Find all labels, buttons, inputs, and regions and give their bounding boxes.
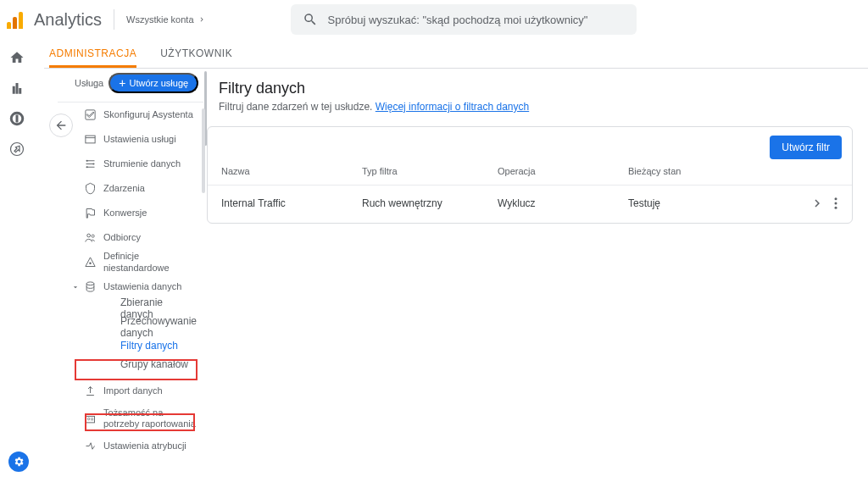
create-service-button[interactable]: +Utwórz usługę bbox=[108, 73, 198, 93]
identity-icon bbox=[83, 412, 97, 425]
tab-administration[interactable]: ADMINISTRACJA bbox=[49, 41, 136, 68]
search-input[interactable]: Spróbuj wyszukać: "skąd pochodzą moi uży… bbox=[291, 4, 637, 35]
rail-explore[interactable] bbox=[5, 107, 29, 130]
table-header: Nazwa Typ filtra Operacja Bieżący stan bbox=[208, 159, 852, 185]
people-icon bbox=[83, 231, 97, 245]
col-type: Typ filtra bbox=[362, 166, 498, 176]
svg-rect-0 bbox=[85, 136, 94, 143]
rail-home[interactable] bbox=[5, 46, 29, 69]
svg-point-12 bbox=[835, 207, 837, 209]
svg-point-11 bbox=[835, 202, 837, 205]
sidebar-item-settings[interactable]: Ustawienia usługi bbox=[58, 127, 203, 152]
svg-point-9 bbox=[87, 418, 90, 420]
search-icon bbox=[303, 12, 318, 27]
window-icon bbox=[83, 133, 97, 147]
stream-icon bbox=[83, 158, 97, 171]
svg-point-7 bbox=[86, 282, 94, 285]
more-vert-icon[interactable] bbox=[828, 196, 843, 211]
event-icon bbox=[83, 182, 97, 196]
sidebar-sub-retention[interactable]: Przechowywanie danych bbox=[70, 318, 203, 336]
filters-card: Utwórz filtr Nazwa Typ filtra Operacja B… bbox=[207, 126, 853, 224]
product-name: Analytics bbox=[34, 10, 102, 30]
cell-operation: Wyklucz bbox=[498, 197, 628, 209]
search-placeholder: Spróbuj wyszukać: "skąd pochodzą moi uży… bbox=[328, 14, 588, 26]
breadcrumb-label: Wszystkie konta bbox=[126, 14, 193, 25]
svg-point-2 bbox=[92, 163, 94, 165]
rail-advertising[interactable] bbox=[5, 137, 29, 161]
create-filter-button[interactable]: Utwórz filtr bbox=[770, 136, 842, 159]
sidebar-item-streams[interactable]: Strumienie danych bbox=[58, 152, 203, 176]
svg-point-5 bbox=[92, 235, 94, 237]
svg-point-6 bbox=[89, 263, 92, 265]
attribution-icon bbox=[83, 440, 97, 453]
page-title: Filtry danych bbox=[219, 80, 853, 97]
triangle-icon bbox=[83, 256, 97, 269]
col-name: Nazwa bbox=[221, 166, 362, 176]
sidebar-item-import[interactable]: Import danych bbox=[58, 379, 203, 403]
sidebar-item-identity[interactable]: Tożsamość na potrzeby raportowania bbox=[58, 403, 203, 434]
scrollbar[interactable] bbox=[202, 108, 205, 193]
database-icon bbox=[83, 280, 97, 294]
cell-name: Internal Traffic bbox=[221, 197, 362, 209]
sidebar-item-conversions[interactable]: Konwersje bbox=[58, 201, 203, 225]
svg-point-1 bbox=[86, 160, 87, 162]
flag-icon bbox=[83, 207, 97, 220]
svg-point-4 bbox=[86, 234, 90, 237]
rail-reports[interactable] bbox=[5, 76, 29, 100]
upload-icon bbox=[83, 385, 97, 398]
analytics-logo bbox=[7, 10, 25, 29]
svg-point-3 bbox=[86, 166, 87, 168]
settings-fab[interactable] bbox=[8, 452, 29, 472]
col-operation: Operacja bbox=[498, 166, 628, 176]
sidebar-item-events[interactable]: Zdarzenia bbox=[58, 176, 203, 201]
service-column-label: Usługa bbox=[75, 78, 103, 88]
cell-state: Testuję bbox=[628, 197, 810, 209]
left-rail bbox=[0, 39, 34, 482]
main-content: Filtry danych Filtruj dane zdarzeń w tej… bbox=[207, 71, 853, 224]
sidebar-sub-filters[interactable]: Filtry danych bbox=[70, 336, 203, 355]
learn-more-link[interactable]: Więcej informacji o filtrach danych bbox=[376, 101, 529, 113]
sidebar-item-custom-defs[interactable]: Definicje niestandardowe bbox=[58, 250, 203, 274]
sidebar-sub-channels[interactable]: Grupy kanałów bbox=[70, 355, 203, 374]
admin-sidebar: Usługa +Utwórz usługę Skonfiguruj Asyste… bbox=[58, 71, 203, 482]
col-state: Bieżący stan bbox=[628, 166, 815, 176]
account-breadcrumb[interactable]: Wszystkie konta bbox=[126, 14, 205, 25]
cell-type: Ruch wewnętrzny bbox=[362, 197, 498, 209]
svg-point-10 bbox=[835, 197, 837, 200]
chevron-right-icon bbox=[198, 15, 206, 24]
checkbox-icon bbox=[83, 108, 97, 122]
sidebar-item-assistant[interactable]: Skonfiguruj Asystenta bbox=[58, 102, 203, 127]
sidebar-item-attribution[interactable]: Ustawienia atrybucji bbox=[58, 434, 203, 458]
page-subtitle: Filtruj dane zdarzeń w tej usłudze. Więc… bbox=[219, 101, 853, 113]
plus-icon: + bbox=[119, 77, 125, 89]
tab-user[interactable]: UŻYTKOWNIK bbox=[160, 41, 232, 68]
caret-down-icon bbox=[71, 283, 80, 291]
sidebar-item-audiences[interactable]: Odbiorcy bbox=[58, 225, 203, 250]
chevron-right-icon[interactable] bbox=[810, 196, 825, 211]
table-row[interactable]: Internal Traffic Ruch wewnętrzny Wyklucz… bbox=[208, 185, 852, 223]
svg-rect-8 bbox=[86, 416, 94, 423]
